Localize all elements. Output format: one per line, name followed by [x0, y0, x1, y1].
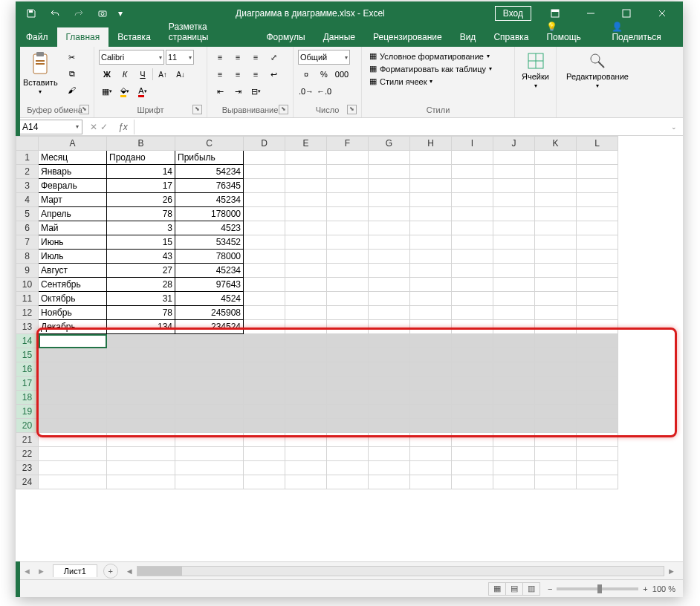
name-box[interactable]: A14▾ [19, 120, 82, 134]
cell[interactable] [452, 151, 493, 165]
cell[interactable] [39, 362, 107, 377]
cell[interactable] [369, 419, 410, 433]
cell[interactable] [577, 362, 618, 377]
horizontal-scrollbar[interactable] [137, 566, 664, 576]
align-bottom-icon[interactable]: ≡ [247, 50, 264, 65]
cell[interactable]: 78 [107, 306, 175, 320]
cell[interactable] [493, 475, 535, 489]
dialog-launcher-icon[interactable]: ⬊ [192, 105, 202, 114]
copy-icon[interactable]: ⧉ [64, 66, 80, 81]
cell[interactable] [327, 377, 369, 391]
cell[interactable] [175, 461, 244, 475]
cell[interactable]: Август [39, 264, 107, 278]
cell[interactable] [285, 334, 327, 348]
cell[interactable] [369, 348, 410, 362]
cell[interactable] [410, 207, 452, 221]
dialog-launcher-icon[interactable]: ⬊ [80, 105, 89, 114]
sheet-tab[interactable]: Лист1 [53, 564, 97, 577]
cell[interactable] [327, 179, 369, 193]
cell[interactable] [285, 377, 327, 391]
paste-button[interactable]: Вставить ▾ [20, 50, 61, 97]
column-header[interactable]: D [244, 137, 285, 151]
cell[interactable] [535, 475, 577, 489]
cell[interactable] [369, 250, 410, 264]
cell[interactable] [285, 475, 327, 489]
cell[interactable] [285, 235, 327, 250]
cell[interactable] [369, 362, 410, 377]
cell[interactable] [39, 405, 107, 419]
cell[interactable] [535, 165, 577, 179]
cell[interactable]: 4524 [175, 292, 244, 306]
cell[interactable]: 28 [107, 278, 175, 292]
cell[interactable] [410, 250, 452, 264]
cell[interactable] [493, 235, 535, 250]
column-header[interactable]: C [175, 137, 244, 151]
cell[interactable] [577, 278, 618, 292]
cell[interactable] [577, 419, 618, 433]
row-header[interactable]: 6 [16, 221, 39, 235]
camera-icon[interactable] [91, 3, 114, 24]
cell[interactable] [410, 348, 452, 362]
cell[interactable] [535, 151, 577, 165]
cell[interactable] [327, 292, 369, 306]
underline-button[interactable]: Ч [135, 67, 151, 82]
cell[interactable] [244, 179, 285, 193]
dialog-launcher-icon[interactable]: ⬊ [279, 105, 288, 114]
cell[interactable] [107, 419, 175, 433]
cell[interactable] [535, 207, 577, 221]
increase-indent-icon[interactable]: ⇥ [230, 84, 246, 99]
cell[interactable] [410, 278, 452, 292]
align-center-icon[interactable]: ≡ [230, 67, 246, 82]
cell[interactable] [244, 391, 285, 405]
dialog-launcher-icon[interactable]: ⬊ [347, 105, 357, 114]
cell[interactable] [39, 334, 107, 348]
cell[interactable] [410, 320, 452, 334]
cell[interactable] [577, 433, 618, 447]
cell[interactable] [535, 362, 577, 377]
cell[interactable] [577, 193, 618, 207]
cell[interactable] [285, 179, 327, 193]
sheet-nav-prev-icon[interactable]: ◄ [23, 567, 31, 576]
cell[interactable] [410, 405, 452, 419]
cell[interactable] [244, 348, 285, 362]
cell[interactable] [175, 348, 244, 362]
tab-формулы[interactable]: Формулы [257, 27, 314, 47]
cell[interactable]: 178000 [175, 207, 244, 221]
align-middle-icon[interactable]: ≡ [230, 50, 246, 65]
cell[interactable] [369, 433, 410, 447]
cell[interactable] [285, 433, 327, 447]
cell[interactable] [327, 419, 369, 433]
zoom-level[interactable]: 100 % [652, 584, 675, 593]
cell[interactable]: 76345 [175, 179, 244, 193]
cell[interactable] [369, 320, 410, 334]
cell[interactable] [493, 419, 535, 433]
cell[interactable] [493, 461, 535, 475]
cell[interactable] [577, 447, 618, 461]
cell[interactable]: Февраль [39, 179, 107, 193]
cell[interactable] [327, 391, 369, 405]
row-header[interactable]: 12 [16, 306, 39, 320]
cell[interactable]: 15 [107, 235, 175, 250]
cell[interactable] [39, 461, 107, 475]
row-header[interactable]: 4 [16, 193, 39, 207]
cell[interactable] [577, 235, 618, 250]
zoom-out-icon[interactable]: − [548, 584, 552, 593]
cell[interactable]: 134 [107, 320, 175, 334]
fill-color-icon[interactable]: ⬙▾ [117, 84, 133, 99]
cell[interactable] [107, 334, 175, 348]
cell[interactable] [535, 377, 577, 391]
cell[interactable] [452, 320, 493, 334]
cell[interactable] [244, 362, 285, 377]
cell[interactable] [410, 151, 452, 165]
increase-decimal-icon[interactable]: .0→ [298, 84, 314, 99]
cell[interactable] [577, 250, 618, 264]
cell[interactable] [410, 193, 452, 207]
cell[interactable] [369, 193, 410, 207]
cell[interactable] [244, 292, 285, 306]
cell[interactable] [493, 377, 535, 391]
format-painter-icon[interactable]: 🖌 [64, 82, 80, 97]
tab-файл[interactable]: Файл [17, 27, 57, 47]
cell[interactable] [175, 334, 244, 348]
cell[interactable] [369, 405, 410, 419]
conditional-formatting-button[interactable]: ▦Условное форматирование▾ [366, 50, 493, 62]
